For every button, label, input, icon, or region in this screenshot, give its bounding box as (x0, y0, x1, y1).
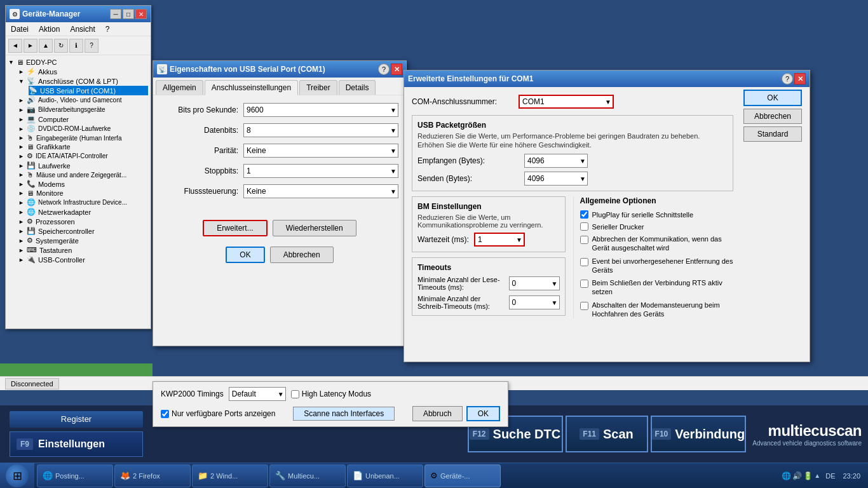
port-abbruch-button[interactable]: Abbruch (412, 406, 463, 421)
tree-system[interactable]: ► ⚙ Systemgeräte (18, 236, 148, 245)
usb-ok-cancel: OK Abbrechen (153, 244, 406, 271)
tree-modems[interactable]: ► 📞 Modems (18, 179, 148, 189)
taskbar-windows[interactable]: 📁 2 Wind... (192, 464, 268, 487)
f10-key: F10 (652, 428, 672, 440)
tab-anschluss[interactable]: Anschlusseinstellungen (205, 80, 298, 95)
bits-dropdown[interactable]: 9600 ▼ (243, 103, 398, 117)
fluss-label: Flusssteuerung: (161, 187, 243, 196)
usb-dialog-titlebar: 📡 Eigenschaften von USB Serial Port (COM… (153, 61, 406, 78)
toolbar-up[interactable]: ▲ (39, 39, 53, 53)
min-lese-dropdown[interactable]: 0 ▼ (509, 276, 560, 290)
close-button[interactable]: ✕ (135, 9, 147, 19)
kwp-dropdown[interactable]: Default ▼ (229, 387, 286, 401)
usb-close-button[interactable]: ✕ (391, 64, 402, 75)
usb-action-buttons: Erweitert... Wiederherstellen (153, 212, 406, 244)
menu-help[interactable]: ? (103, 24, 112, 35)
menu-aktion[interactable]: Aktion (36, 24, 62, 35)
tree-usb-com1[interactable]: 📡 USB Serial Port (COM1) (29, 86, 148, 95)
tree-bildverarbeitung[interactable]: ► 📷 Bildverarbeitungsgeräte (18, 105, 148, 114)
toolbar-properties[interactable]: ℹ (69, 39, 83, 53)
plugplay-checkbox[interactable] (580, 210, 588, 219)
tree-akkus[interactable]: ► ⚡ Akkus (18, 67, 148, 76)
erweitert-button[interactable]: Erweitert... (203, 220, 267, 236)
wartezeit-dropdown[interactable]: 1 ▼ (474, 233, 525, 247)
start-button[interactable]: ⊞ (0, 463, 34, 489)
f9-key: F9 (17, 438, 33, 450)
tree-network[interactable]: ► 🌐 Network Infrastructure Device... (18, 198, 148, 207)
einstellungen-button[interactable]: F9 Einstellungen (10, 431, 143, 457)
fluss-dropdown[interactable]: Keine ▼ (243, 184, 398, 198)
high-latency-checkbox[interactable] (291, 390, 299, 398)
abbrechen-checkbox[interactable] (580, 236, 588, 244)
taskbar-unbenannt[interactable]: 📄 Unbenan... (347, 464, 423, 487)
taskbar-posting[interactable]: 🌐 Posting... (37, 464, 113, 487)
event-label: Event bei unvorhergesehener Entfernung d… (592, 257, 734, 275)
tree-monitore[interactable]: ► 🖥 Monitore (18, 189, 148, 198)
tree-dvd[interactable]: ► 💿 DVD/CD-ROM-Laufwerke (18, 124, 148, 133)
min-schreib-dropdown[interactable]: 0 ▼ (509, 295, 560, 309)
scanne-button[interactable]: Scanne nach Interfaces (293, 407, 395, 421)
menu-ansicht[interactable]: Ansicht (67, 24, 97, 35)
rts-checkbox[interactable] (580, 280, 588, 288)
tab-allgemein[interactable]: Allgemein (156, 80, 203, 95)
tree-laufwerke[interactable]: ► 💾 Laufwerke (18, 161, 148, 170)
toolbar-back[interactable]: ◄ (8, 39, 22, 53)
tab-treiber[interactable]: Treiber (299, 80, 337, 95)
drucker-checkbox[interactable] (580, 222, 588, 231)
stoppbits-dropdown[interactable]: 1 ▼ (243, 164, 398, 178)
tree-grafik[interactable]: ► 🖥 Grafikkarte (18, 142, 148, 151)
menu-datei[interactable]: Datei (8, 24, 31, 35)
option-event: Event bei unvorhergesehener Entfernung d… (580, 257, 734, 275)
tab-details[interactable]: Details (339, 80, 376, 95)
adv-cancel-button[interactable]: Abbrechen (743, 109, 802, 124)
tree-audio[interactable]: ► 🔊 Audio-, Video- und Gamecont (18, 95, 148, 105)
adv-ok-button[interactable]: OK (743, 90, 802, 106)
usb-cancel-button[interactable]: Abbrechen (270, 247, 334, 263)
senden-dropdown[interactable]: 4096 ▼ (524, 172, 588, 186)
tree-prozessoren[interactable]: ► ⚙ Prozessoren (18, 217, 148, 226)
tree-speicher[interactable]: ► 💾 Speichercontroller (18, 226, 148, 236)
toolbar-help[interactable]: ? (85, 39, 98, 53)
tree-netzwerk[interactable]: ► 🌐 Netzwerkadapter (18, 207, 148, 217)
stoppbits-row: Stoppbits: 1 ▼ (161, 164, 398, 178)
start-orb: ⊞ (6, 464, 29, 487)
device-tree: ▼ 🖥 EDDY-PC ► ⚡ Akkus ▼ 📡 Anschlüsse (CO… (6, 55, 151, 267)
adv-dialog-title: Erweiterte Einstellungen für COM1 (408, 74, 779, 83)
com-dropdown[interactable]: COM1 ▼ (519, 95, 614, 109)
tree-mause[interactable]: ► 🖱 Mäuse und andere Zeigegerät... (18, 170, 148, 179)
usb-dialog-title: Eigenschaften von USB Serial Port (COM1) (170, 65, 376, 74)
taskbar-firefox[interactable]: 🦊 2 Firefox (114, 464, 191, 487)
port-scan-dialog: KWP2000 Timings Default ▼ High Latency M… (153, 381, 508, 427)
event-checkbox[interactable] (580, 258, 588, 266)
usb-ok-button[interactable]: OK (226, 247, 264, 263)
minimize-button[interactable]: ─ (110, 9, 121, 19)
port-ok-button[interactable]: OK (466, 406, 500, 421)
f10-verbindung-button[interactable]: F10 Verbindung (651, 416, 747, 452)
wiederherstellen-button[interactable]: Wiederherstellen (273, 220, 356, 236)
tree-tastaturen[interactable]: ► ⌨ Tastaturen (18, 245, 148, 255)
tree-eingabe[interactable]: ► 🖱 Eingabegeräte (Human Interfa (18, 133, 148, 142)
tree-ide[interactable]: ► ⚙ IDE ATA/ATAPI-Controller (18, 151, 148, 161)
taskbar-multiecu[interactable]: 🔧 Multiecu... (269, 464, 346, 487)
disconnected-tab[interactable]: Disconnected (5, 378, 59, 390)
adv-close-button[interactable]: ✕ (794, 73, 806, 85)
bits-pro-sekunde-row: Bits pro Sekunde: 9600 ▼ (161, 103, 398, 117)
empfangen-dropdown[interactable]: 4096 ▼ (524, 154, 588, 168)
adv-help-button[interactable]: ? (782, 73, 793, 85)
f11-scan-button[interactable]: F11 Scan (566, 416, 648, 452)
tree-eddy-pc[interactable]: ▼ 🖥 EDDY-PC (8, 58, 148, 67)
tree-anschlusse[interactable]: ▼ 📡 Anschlüsse (COM & LPT) (18, 76, 148, 86)
toolbar-refresh[interactable]: ↻ (54, 39, 68, 53)
paritat-dropdown[interactable]: Keine ▼ (243, 144, 398, 158)
nur-verfugbar-checkbox[interactable] (161, 410, 169, 418)
adv-standard-button[interactable]: Standard (743, 126, 802, 142)
tree-usb-controller[interactable]: ► 🔌 USB-Controller (18, 255, 148, 264)
taskbar-gerate[interactable]: ⚙ Geräte-... (424, 464, 501, 487)
modem-checkbox[interactable] (580, 302, 588, 310)
datenbits-dropdown[interactable]: 8 ▼ (243, 123, 398, 137)
register-button[interactable]: Register (10, 411, 143, 428)
usb-help-button[interactable]: ? (378, 64, 390, 75)
toolbar-forward[interactable]: ► (24, 39, 37, 53)
tree-computer[interactable]: ► 💻 Computer (18, 114, 148, 124)
maximize-button[interactable]: □ (123, 9, 134, 19)
